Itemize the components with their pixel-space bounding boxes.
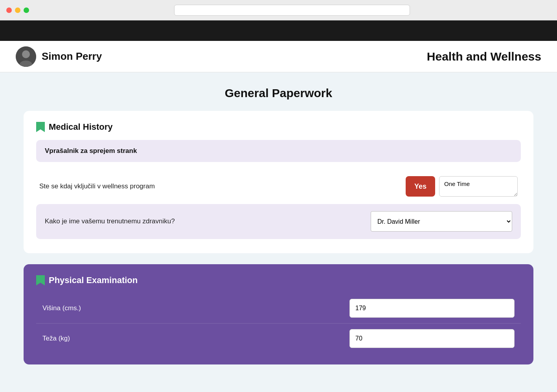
main-content: General Paperwork Medical History Vpraša… <box>0 72 557 392</box>
medical-history-header: Medical History <box>36 122 521 132</box>
svg-point-1 <box>22 50 30 58</box>
height-input[interactable] <box>349 299 515 318</box>
weight-input[interactable] <box>349 329 515 348</box>
physical-examination-title: Physical Examination <box>49 275 138 285</box>
user-name: Simon Perry <box>42 50 102 63</box>
doctor-select[interactable]: Dr. David Miller <box>371 211 512 232</box>
app-title: Health and Wellness <box>427 50 541 63</box>
bookmark-icon <box>36 122 45 132</box>
physical-examination-section: Physical Examination Višina (cms.) Teža … <box>24 264 533 364</box>
form-section-header: Vprašalnik za sprejem strank <box>36 140 521 162</box>
yes-button[interactable]: Yes <box>406 176 435 197</box>
physical-examination-header: Physical Examination <box>36 275 521 285</box>
minimize-button[interactable] <box>15 7 20 13</box>
one-time-textarea[interactable]: One Time <box>439 176 518 197</box>
app-header: Simon Perry Health and Wellness <box>0 41 557 72</box>
title-bar <box>0 0 557 20</box>
question-2-label: Kako je ime vašemu trenutnemu zdravniku? <box>45 217 175 225</box>
medical-history-title: Medical History <box>49 122 113 132</box>
maximize-button[interactable] <box>24 7 29 13</box>
height-row: Višina (cms.) <box>36 293 521 324</box>
question-2-row: Kako je ime vašemu trenutnemu zdravniku?… <box>36 204 521 239</box>
close-button[interactable] <box>6 7 12 13</box>
avatar <box>16 46 36 67</box>
question-1-row: Ste se kdaj vključili v wellness program… <box>36 169 521 204</box>
medical-history-section: Medical History Vprašalnik za sprejem st… <box>24 111 533 253</box>
question-1-controls: Yes One Time <box>406 176 518 197</box>
question-1-label: Ste se kdaj vključili v wellness program <box>39 182 155 190</box>
height-label: Višina (cms.) <box>42 304 81 312</box>
traffic-lights <box>6 7 29 13</box>
weight-row: Teža (kg) <box>36 324 521 353</box>
page-title: General Paperwork <box>24 72 533 111</box>
form-section-title: Vprašalnik za sprejem strank <box>45 147 137 155</box>
url-bar[interactable] <box>174 5 410 16</box>
phys-bookmark-icon <box>36 275 45 285</box>
weight-label: Teža (kg) <box>42 335 70 342</box>
nav-bar <box>0 20 557 41</box>
question-2-controls: Dr. David Miller <box>371 211 512 232</box>
user-info: Simon Perry <box>16 46 102 67</box>
